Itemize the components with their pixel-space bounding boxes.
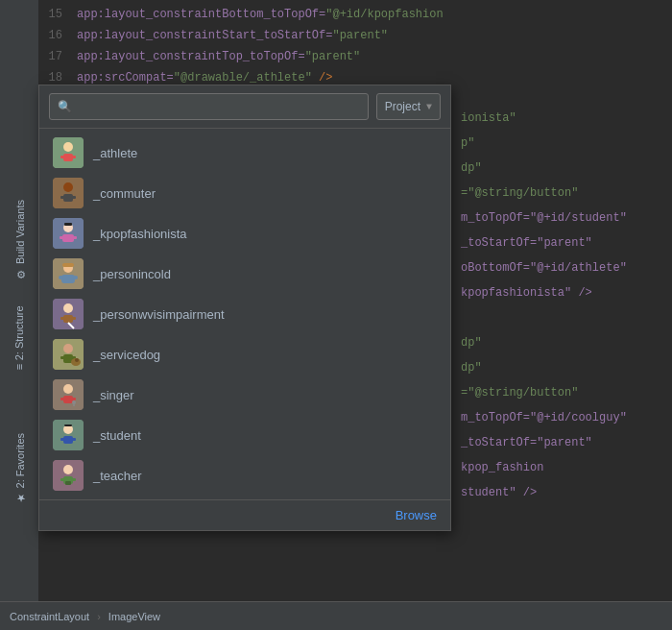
list-item-commuter[interactable]: _commuter	[39, 173, 450, 213]
svg-rect-42	[53, 420, 84, 450]
drawable-picker-popup: 🔍 Project ▼ _athlete	[38, 85, 451, 531]
list-item-singer[interactable]: _singer	[39, 375, 450, 415]
breadcrumb-image-view: ImageView	[108, 611, 160, 622]
list-item-personincold[interactable]: _personincold	[39, 254, 450, 294]
favorites-icon: ★	[13, 493, 26, 505]
svg-rect-48	[53, 460, 84, 491]
svg-rect-51	[60, 478, 65, 481]
sidebar-item-build-variants[interactable]: ⚙ Build Variants	[10, 192, 30, 288]
svg-rect-15	[64, 223, 72, 226]
sidebar-item-structure[interactable]: ≡ 2: Structure	[10, 298, 29, 377]
svg-rect-9	[71, 196, 76, 199]
svg-rect-19	[59, 276, 63, 279]
svg-rect-26	[71, 317, 76, 320]
code-line-17: 17 app:layout_constraintTop_toTopOf="par…	[38, 46, 672, 67]
item-label-teacher: _teacher	[93, 469, 142, 483]
code-line-16: 16 app:layout_constraintStart_toStartOf=…	[38, 25, 672, 46]
chevron-down-icon: ▼	[426, 102, 432, 112]
structure-icon: ≡	[13, 364, 25, 370]
list-item-athlete[interactable]: _athlete	[39, 133, 450, 173]
svg-rect-14	[72, 236, 77, 239]
svg-point-34	[75, 358, 79, 362]
drawable-items-list: _athlete _commuter	[39, 129, 450, 499]
svg-point-23	[63, 303, 73, 313]
svg-rect-53	[65, 481, 71, 485]
svg-rect-10	[53, 218, 84, 249]
svg-rect-20	[73, 276, 78, 279]
svg-point-1	[63, 142, 73, 152]
svg-rect-0	[53, 137, 84, 168]
svg-point-36	[63, 384, 73, 394]
svg-rect-21	[62, 263, 74, 267]
avatar-commuter	[53, 178, 84, 208]
svg-rect-46	[71, 438, 76, 441]
avatar-kpop	[53, 218, 84, 249]
item-label-athlete: _athlete	[93, 146, 137, 160]
svg-rect-25	[60, 317, 65, 320]
svg-rect-45	[60, 438, 65, 441]
browse-row: Browse	[39, 499, 450, 530]
avatar-person-cold	[53, 258, 84, 289]
browse-button[interactable]: Browse	[396, 508, 437, 522]
svg-rect-22	[53, 299, 84, 329]
svg-rect-39	[71, 398, 76, 400]
svg-rect-16	[53, 258, 84, 289]
side-panel: ⚙ Build Variants ≡ 2: Structure ★ 2: Fav…	[0, 0, 38, 630]
avatar-servicedog	[53, 339, 84, 370]
build-variants-icon: ⚙	[13, 268, 26, 280]
avatar-student	[53, 420, 84, 450]
breadcrumb-constraint-layout: ConstraintLayout	[10, 611, 89, 622]
avatar-singer	[53, 379, 84, 410]
svg-rect-3	[60, 156, 65, 158]
item-label-singer: _singer	[93, 388, 134, 402]
search-box[interactable]: 🔍	[49, 93, 369, 120]
list-item-teacher[interactable]: _teacher	[39, 455, 450, 496]
avatar-teacher	[53, 460, 84, 491]
list-item-kpopfashionista[interactable]: _kpopfashionista	[39, 213, 450, 254]
item-label-kpop: _kpopfashionista	[93, 227, 187, 241]
svg-point-49	[63, 465, 73, 474]
svg-rect-35	[53, 379, 84, 410]
svg-point-6	[63, 182, 73, 192]
scope-dropdown[interactable]: Project ▼	[376, 93, 441, 120]
list-item-personwvisimpairment[interactable]: _personwvisimpairment	[39, 294, 450, 334]
svg-rect-18	[61, 275, 75, 283]
svg-rect-8	[60, 196, 65, 199]
svg-rect-38	[60, 398, 65, 400]
breadcrumb-separator: ›	[97, 611, 101, 622]
avatar-person-vis	[53, 299, 84, 329]
svg-rect-52	[71, 478, 76, 481]
status-bar: ConstraintLayout › ImageView	[0, 601, 672, 630]
list-item-servicedog[interactable]: _servicedog	[39, 334, 450, 375]
code-line-15: 15 app:layout_constraintBottom_toTopOf="…	[38, 4, 672, 25]
item-label-commuter: _commuter	[93, 186, 156, 201]
svg-rect-47	[64, 424, 72, 426]
item-label-servicedog: _servicedog	[93, 348, 160, 362]
svg-rect-13	[60, 236, 64, 239]
item-label-student: _student	[93, 428, 141, 443]
item-label-personwvisimpairment: _personwvisimpairment	[93, 307, 225, 322]
svg-rect-31	[60, 356, 65, 359]
list-item-student[interactable]: _student	[39, 415, 450, 455]
search-icon: 🔍	[58, 100, 72, 114]
svg-rect-4	[71, 156, 76, 158]
sidebar-item-favorites[interactable]: ★ 2: Favorites	[10, 425, 30, 512]
item-label-personincold: _personincold	[93, 267, 171, 281]
svg-rect-5	[53, 178, 84, 208]
search-row: 🔍 Project ▼	[39, 85, 450, 129]
svg-point-29	[63, 344, 73, 353]
scope-label: Project	[385, 100, 420, 113]
avatar-athlete	[53, 137, 84, 168]
